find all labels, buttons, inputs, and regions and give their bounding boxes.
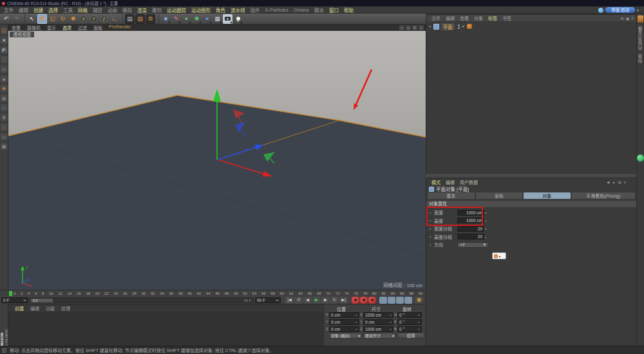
property-value-field[interactable]: 1000 cm xyxy=(457,218,484,223)
rotate-tool-icon[interactable]: ↻ xyxy=(58,14,68,24)
menu-item-2[interactable]: 创建 xyxy=(31,6,46,14)
goto-end-button[interactable]: ▶| xyxy=(339,297,348,304)
make-editable-icon[interactable]: ◱ xyxy=(1,27,8,34)
chevron-down-icon[interactable]: ▾ xyxy=(637,8,639,12)
light-icon[interactable] xyxy=(233,14,243,24)
om-lock-icon[interactable]: ▣ xyxy=(626,16,630,21)
size-x-field[interactable]: 1000 cm▸ xyxy=(363,312,393,318)
orientation-dropdown[interactable]: +Y▾ xyxy=(457,242,488,248)
view-label[interactable]: 透视视图 xyxy=(10,32,34,37)
menu-item-7[interactable]: 动画 xyxy=(105,6,120,14)
viewport-menu-item-0[interactable]: 查看 xyxy=(8,24,24,31)
lock-y-icon[interactable]: Y xyxy=(89,14,99,24)
environment-icon[interactable]: ▦ xyxy=(213,14,222,24)
object-name[interactable]: 平面 xyxy=(441,23,455,30)
goto-start-button[interactable]: |◀ xyxy=(285,297,294,304)
keyframe-selection-button[interactable]: ▦ xyxy=(415,297,423,304)
menu-item-0[interactable]: 文件 xyxy=(1,6,16,14)
lock-z-icon[interactable]: Z xyxy=(99,14,109,24)
viewport-maximize-icon[interactable]: □ xyxy=(419,25,424,30)
menu-item-18[interactable]: 脚本 xyxy=(312,6,327,14)
property-value-field[interactable]: 1000 cm xyxy=(457,210,484,216)
prev-key-button[interactable]: ↺ xyxy=(294,297,303,304)
am-menu-item-0[interactable]: 模式 xyxy=(429,179,443,185)
material-menu-item-0[interactable]: 创建 xyxy=(12,305,27,312)
menu-item-9[interactable]: 渲染 xyxy=(135,6,149,14)
record-rotation-toggle[interactable]: ↻ xyxy=(396,297,404,304)
cube-primitive-icon[interactable]: ■ xyxy=(161,14,171,24)
menu-item-16[interactable]: X-Particles xyxy=(263,7,291,13)
om-menu-item-2[interactable]: 查看 xyxy=(457,15,471,21)
viewport-zoom-icon[interactable]: ◇ xyxy=(406,25,411,30)
apply-button[interactable]: 应用 xyxy=(397,333,424,339)
om-menu-item-4[interactable]: 标签 xyxy=(486,15,500,21)
move-tool-icon[interactable]: ✚ xyxy=(37,14,47,24)
right-dock-tab-0[interactable]: 内容浏览器 xyxy=(638,26,643,50)
render-settings-icon[interactable]: ⚙ xyxy=(146,14,155,24)
viewport-menu-item-4[interactable]: 过滤 xyxy=(75,24,90,31)
points-mode-icon[interactable]: ∴ xyxy=(1,56,8,63)
record-scale-toggle[interactable]: □ xyxy=(388,297,395,304)
render-picture-icon[interactable]: ▤ xyxy=(135,14,145,24)
current-frame-field[interactable]: 0 F◂▸ xyxy=(1,297,28,303)
timeline-ruler[interactable]: 0246810121416182022242628303234363840424… xyxy=(0,290,426,296)
menu-item-17[interactable]: Octane xyxy=(291,7,312,13)
polygons-mode-icon[interactable]: ▲ xyxy=(1,75,8,82)
right-dock-tab-1[interactable]: 构造 xyxy=(638,53,643,63)
viewport-menu-item-5[interactable]: 面板 xyxy=(90,24,106,31)
record-parameter-toggle[interactable]: ● xyxy=(404,297,412,304)
coord-system-icon[interactable]: ∟ xyxy=(109,14,119,24)
autokeying-button[interactable] xyxy=(360,297,368,304)
timeline-scrubber[interactable]: 0 F 90 F xyxy=(30,297,254,303)
lock-icon[interactable]: ▣ xyxy=(1,143,8,150)
last-tool-icon[interactable]: ✱ xyxy=(68,14,78,24)
om-menu-item-3[interactable]: 对象 xyxy=(471,15,486,21)
array-generator-icon[interactable]: ✱ xyxy=(192,14,202,24)
prev-frame-button[interactable]: ◀ xyxy=(303,297,312,304)
snap-icon[interactable]: ∩ xyxy=(1,104,8,111)
tab-2[interactable]: 对象 xyxy=(524,192,571,199)
texture-mode-icon[interactable]: ◩ xyxy=(1,46,8,53)
enabled-check-icon[interactable]: ✔ xyxy=(462,24,465,29)
visibility-dots-icon[interactable] xyxy=(458,24,460,29)
menu-item-13[interactable]: 角色 xyxy=(213,6,228,14)
menu-item-10[interactable]: 雕刻 xyxy=(149,6,164,14)
material-menu-item-3[interactable]: 纹理 xyxy=(58,305,73,312)
layout-dropdown[interactable]: 界面 启动 xyxy=(605,7,635,13)
rotation-h-field[interactable]: 0 °▸ xyxy=(397,312,422,318)
om-burger-icon[interactable]: ≡ xyxy=(631,16,634,20)
object-expand-handle[interactable]: ● xyxy=(429,24,431,28)
menu-item-1[interactable]: 编辑 xyxy=(16,6,31,14)
menu-item-8[interactable]: 模拟 xyxy=(120,6,135,14)
edges-mode-icon[interactable]: ◇ xyxy=(1,66,8,73)
tab-0[interactable]: 基本 xyxy=(428,192,475,199)
am-lock-icon[interactable]: ▤ xyxy=(618,180,621,184)
viewport-solo-icon[interactable]: ◎ xyxy=(1,95,8,102)
menu-item-20[interactable]: 帮助 xyxy=(341,6,356,14)
viewport-menu-item-1[interactable]: 摄像机 xyxy=(24,24,44,31)
coordinate-mode-dropdown[interactable]: 对象 (相对)▾ xyxy=(329,333,362,339)
viewport-pan-icon[interactable]: + xyxy=(399,25,404,30)
metaball-icon[interactable]: ● xyxy=(202,14,212,24)
menu-item-4[interactable]: 工具 xyxy=(61,6,75,14)
record-keyframe-button[interactable] xyxy=(352,297,359,304)
om-gear-icon[interactable]: ⚙ xyxy=(620,16,623,21)
workplane-lock-icon[interactable]: ○ xyxy=(1,124,8,131)
am-menu-item-1[interactable]: 编辑 xyxy=(443,179,457,185)
loop-button[interactable]: ↻ xyxy=(330,297,339,304)
camera-icon[interactable] xyxy=(223,14,232,24)
model-mode-icon[interactable]: ■ xyxy=(1,37,8,44)
menu-item-12[interactable]: 运动图形 xyxy=(189,6,213,14)
lock-x-icon[interactable]: X xyxy=(79,14,88,24)
menu-item-14[interactable]: 流水线 xyxy=(228,6,248,14)
size-z-field[interactable]: 1000 cm▸ xyxy=(363,326,393,332)
am-menu-item-2[interactable]: 用户数据 xyxy=(457,179,480,185)
redo-icon[interactable]: ↷ xyxy=(12,14,21,24)
position-z-field[interactable]: 0 cm▸ xyxy=(329,326,359,332)
position-y-field[interactable]: 0 cm▸ xyxy=(329,319,359,325)
modeling-settings-icon[interactable]: S xyxy=(1,114,8,121)
material-menu-item-1[interactable]: 编辑 xyxy=(27,305,43,312)
next-frame-button[interactable]: ▶ xyxy=(321,297,330,304)
material-menu-item-2[interactable]: 功能 xyxy=(43,305,58,312)
rotation-p-field[interactable]: 0 °▸ xyxy=(397,319,422,325)
